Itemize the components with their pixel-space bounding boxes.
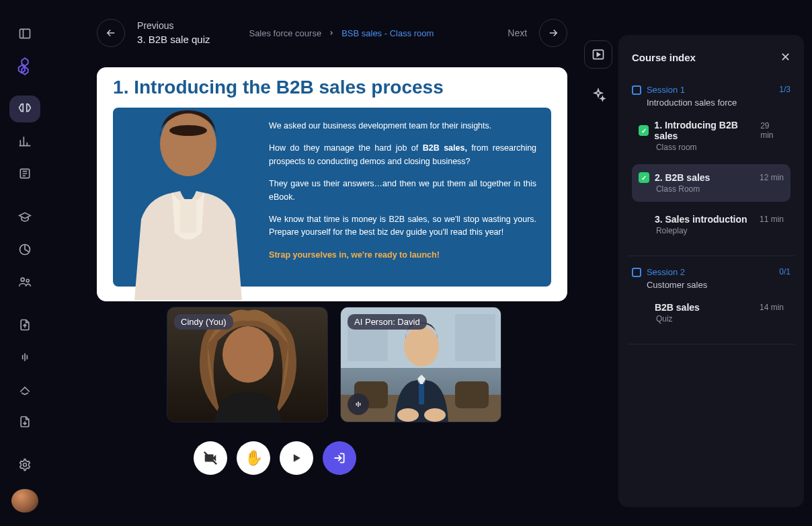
slide-p3: They gave us their answers…and then we p…: [269, 178, 536, 204]
lesson-title: B2B sales: [639, 302, 700, 313]
session-subtitle: Introduction sales force: [647, 98, 790, 108]
video-tile-ai[interactable]: AI Person: David: [340, 307, 501, 422]
session: Session 1 1/3 Introduction sales force ✓…: [628, 81, 795, 256]
nav-education-icon[interactable]: [9, 204, 40, 231]
breadcrumb-current[interactable]: BSB sales - Class room: [341, 28, 434, 38]
call-controls: ✋: [0, 441, 567, 475]
user-avatar[interactable]: [11, 489, 38, 513]
slide-text: We asked our business development team f…: [269, 120, 536, 287]
lesson-title: ✓2. B2B sales: [639, 172, 710, 183]
svg-point-18: [397, 408, 419, 422]
slide-launch: Strap yourselves in, we're ready to laun…: [269, 249, 536, 262]
slide-title: 1. Introducing the B2B sales process: [113, 77, 551, 98]
svg-point-19: [424, 408, 446, 422]
lesson-item[interactable]: B2B sales 14 min Quiz: [632, 294, 790, 332]
slide-card: 1. Introducing the B2B sales process We …: [97, 67, 567, 301]
play-button[interactable]: [280, 441, 313, 475]
raise-hand-button[interactable]: ✋: [237, 441, 270, 475]
expand-icon[interactable]: [9, 20, 40, 47]
lesson-subtitle: Class Room: [656, 184, 784, 194]
svg-rect-8: [180, 199, 196, 233]
chevron-right-icon: [328, 30, 335, 36]
previous-info: Previous 3. B2B sale quiz: [137, 20, 210, 47]
previous-title: 3. B2B sale quiz: [137, 32, 210, 46]
session-subtitle: Customer sales: [647, 280, 790, 290]
lesson-item[interactable]: 3. Sales introduction 11 min Roleplay: [632, 206, 790, 243]
session-count: 0/1: [779, 267, 790, 277]
lesson-subtitle: Roleplay: [656, 226, 784, 235]
app-logo-icon[interactable]: [9, 52, 40, 79]
nav-download-doc-icon[interactable]: [9, 408, 40, 435]
panel-title: Course index: [632, 52, 696, 63]
svg-point-16: [404, 326, 439, 367]
svg-point-7: [169, 125, 207, 136]
session: Session 2 0/1 Customer sales B2B sales 1…: [628, 263, 795, 344]
slide-person-image: [121, 98, 255, 300]
close-button[interactable]: ✕: [780, 50, 790, 65]
nav-handshake-icon[interactable]: [9, 376, 40, 403]
breadcrumb: Sales force course BSB sales - Class roo…: [249, 28, 434, 38]
lesson-duration: 14 min: [760, 303, 784, 312]
slide-body: We asked our business development team f…: [113, 108, 551, 287]
next-button[interactable]: [539, 19, 567, 47]
session-count: 1/3: [779, 85, 790, 95]
next-label: Next: [508, 28, 527, 38]
previous-label: Previous: [137, 20, 210, 33]
slide-p4: We know that time is money is B2B sales,…: [269, 213, 536, 239]
video-tile-you[interactable]: Cindy (You): [167, 307, 328, 422]
session-label[interactable]: Session 1: [632, 85, 685, 95]
video-label-ai: AI Person: David: [348, 314, 427, 330]
course-index-panel: Course index ✕ Session 1 1/3 Introductio…: [618, 35, 804, 507]
svg-point-3: [21, 278, 24, 281]
leave-button[interactable]: [323, 441, 356, 475]
nav-pie-icon[interactable]: [9, 236, 40, 263]
nav-analytics-icon[interactable]: [9, 128, 40, 155]
video-label-you: Cindy (You): [174, 314, 233, 330]
nav-upload-doc-icon[interactable]: [9, 311, 40, 338]
lesson-item[interactable]: ✓1. Introducing B2B sales 29 min Class r…: [632, 112, 790, 160]
camera-off-button[interactable]: [194, 441, 227, 475]
playlist-button[interactable]: [584, 40, 612, 69]
side-strip: [581, 0, 616, 526]
lesson-title: 3. Sales introduction: [639, 214, 747, 225]
lesson-subtitle: Quiz: [656, 314, 784, 324]
lesson-duration: 29 min: [760, 121, 784, 140]
lesson-duration: 12 min: [760, 173, 784, 182]
video-row: Cindy (You) AI Person: David: [167, 307, 567, 422]
lesson-subtitle: Class room: [656, 143, 784, 152]
audio-wave-icon: [348, 393, 369, 415]
slide-p2: How do they manage the hard job of B2B s…: [269, 142, 536, 168]
svg-point-9: [222, 326, 274, 383]
check-icon: ✓: [639, 125, 649, 136]
session-label[interactable]: Session 2: [632, 267, 685, 277]
nav-audio-icon[interactable]: [9, 344, 40, 371]
doc-icon: [632, 268, 641, 277]
svg-rect-15: [455, 381, 489, 408]
nav-brain-icon[interactable]: [9, 96, 40, 122]
svg-rect-0: [20, 29, 30, 38]
header: Previous 3. B2B sale quiz Sales force co…: [97, 19, 567, 47]
nav-people-icon[interactable]: [9, 268, 40, 295]
lesson-item[interactable]: ✓2. B2B sales 12 min Class Room: [632, 164, 790, 202]
doc-icon: [632, 85, 641, 95]
check-icon: ✓: [639, 172, 649, 183]
sparkle-button[interactable]: [584, 81, 612, 109]
svg-rect-12: [455, 314, 495, 361]
lesson-duration: 11 min: [760, 215, 784, 224]
svg-point-4: [26, 279, 29, 282]
svg-point-6: [160, 112, 216, 176]
breadcrumb-root[interactable]: Sales force course: [249, 28, 321, 38]
main-content: Previous 3. B2B sale quiz Sales force co…: [50, 0, 581, 526]
lesson-title: ✓1. Introducing B2B sales: [639, 120, 760, 141]
slide-p1: We asked our business development team f…: [269, 120, 536, 133]
nav-list-icon[interactable]: [9, 160, 40, 187]
previous-button[interactable]: [97, 19, 125, 47]
